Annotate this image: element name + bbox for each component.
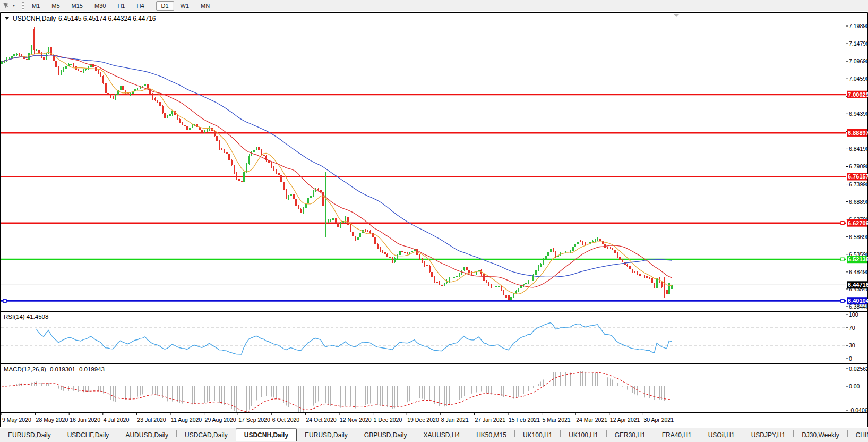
cursor-tool-icon[interactable] xyxy=(1,2,11,10)
candle-body xyxy=(192,125,193,128)
candle-body xyxy=(466,267,468,270)
chart-tab-hk50-m15[interactable]: HK50,M15 xyxy=(468,429,514,441)
candle-body xyxy=(256,147,257,150)
candle-body xyxy=(271,163,272,167)
chart-tab-usdcad-daily[interactable]: USDCAD,Daily xyxy=(177,429,236,441)
rsi-tick-label: 0 xyxy=(849,355,852,362)
candle-body xyxy=(243,172,245,181)
chart-tab-usdchf-daily[interactable]: USDCHF,Daily xyxy=(59,429,117,441)
chart-tab-usdjpy-h1[interactable]: USDJPY,H1 xyxy=(743,429,793,441)
candle-body xyxy=(248,156,250,164)
chart-tab-gbpusd-daily[interactable]: GBPUSD,Daily xyxy=(356,429,415,441)
candle-body xyxy=(629,266,631,269)
price-tick-label: 6.48490 xyxy=(849,269,868,275)
candle-body xyxy=(572,247,574,251)
timeframe-button-m15[interactable]: M15 xyxy=(66,1,88,11)
timeframe-button-w1[interactable]: W1 xyxy=(175,1,195,11)
chart-tab-fra40-h1[interactable]: FRA40,H1 xyxy=(654,429,700,441)
candle-body xyxy=(169,114,171,116)
candle-body xyxy=(55,61,57,67)
line-drag-handle[interactable] xyxy=(841,299,844,302)
chart-tab-uk100-h1[interactable]: UK100,H1 xyxy=(561,429,606,441)
toolbar-grip-handle[interactable] xyxy=(22,2,24,10)
candle-body xyxy=(453,277,455,278)
candle-body xyxy=(142,86,143,87)
current-price-label: 6.44716 xyxy=(848,282,868,288)
chart-tab-dj30-weekly[interactable]: DJ30,Weekly xyxy=(794,429,847,441)
candle-body xyxy=(468,270,470,273)
candle-body xyxy=(236,173,237,179)
candle-body xyxy=(293,194,295,199)
candle-body xyxy=(184,125,186,126)
candle-body xyxy=(11,56,13,58)
candle-body xyxy=(409,252,410,253)
candle-body xyxy=(513,293,514,298)
candle-body xyxy=(189,128,191,130)
candle-body xyxy=(488,282,489,285)
candle-body xyxy=(609,248,611,248)
candle-body xyxy=(332,218,334,220)
candle-body xyxy=(204,131,205,132)
candle-body xyxy=(352,232,354,236)
candle-body xyxy=(451,278,453,278)
line-drag-handle[interactable] xyxy=(3,299,6,302)
candle-body xyxy=(426,265,428,266)
candle-body xyxy=(367,231,368,231)
chart-tab-xauusd-h4[interactable]: XAUUSD,H4 xyxy=(415,429,468,441)
timeframe-button-m5[interactable]: M5 xyxy=(46,1,65,11)
macd-tick-label: -0.04068 xyxy=(849,407,868,413)
top-toolbar: ▾ M1M5M15M30H1H4D1W1MN xyxy=(0,0,868,12)
candle-body xyxy=(380,249,381,251)
candle-body xyxy=(186,126,188,130)
chart-tab-usdcnh-daily[interactable]: USDCNH,Daily xyxy=(236,429,297,441)
chart-tab-eurusd-daily[interactable]: EURUSD,Daily xyxy=(0,429,59,441)
candle-body xyxy=(577,242,579,244)
line-drag-handle[interactable] xyxy=(841,258,844,261)
rsi-tick-label: 30 xyxy=(849,342,855,348)
candle-body xyxy=(570,251,571,252)
candle-body xyxy=(394,258,396,262)
candle-body xyxy=(102,76,104,83)
candle-body xyxy=(495,286,497,287)
candle-body xyxy=(207,130,208,131)
candle-body xyxy=(113,97,114,98)
candle-body xyxy=(19,54,20,55)
candle-body xyxy=(419,255,420,259)
candle-body xyxy=(444,283,445,285)
chart-tab-ger30-h1[interactable]: GER30,H1 xyxy=(607,429,654,441)
candle-body xyxy=(305,203,307,208)
chart-tab-china300-h1[interactable]: CHINA300,H1 xyxy=(848,429,868,441)
candle-body xyxy=(491,285,492,287)
candle-body xyxy=(216,136,218,141)
timeframe-button-h1[interactable]: H1 xyxy=(112,1,130,11)
date-tick-label: 6 Oct 2020 xyxy=(272,416,300,423)
candle-body xyxy=(83,70,84,72)
candle-body xyxy=(547,252,549,256)
candle-body xyxy=(493,287,495,287)
candle-body xyxy=(100,73,101,76)
candle-body xyxy=(154,98,156,100)
line-drag-handle[interactable] xyxy=(841,222,844,225)
candle-body xyxy=(26,59,28,60)
price-line-label: 7.00029 xyxy=(848,91,868,98)
timeframe-button-h4[interactable]: H4 xyxy=(131,1,149,11)
date-tick-label: 17 Sep 2020 xyxy=(238,416,270,423)
chart-window: 7.198907.147907.096907.045906.994906.943… xyxy=(0,11,868,428)
candle-body xyxy=(374,237,376,244)
candle-body xyxy=(392,258,393,262)
candle-body xyxy=(78,70,79,71)
chart-tab-audusd-daily[interactable]: AUDUSD,Daily xyxy=(117,429,176,441)
timeframe-button-mn[interactable]: MN xyxy=(195,1,215,11)
date-tick-label: 1 Dec 2020 xyxy=(374,416,402,423)
candle-body xyxy=(666,290,668,294)
timeframe-button-d1[interactable]: D1 xyxy=(156,1,174,11)
timeframe-button-m1[interactable]: M1 xyxy=(27,1,45,11)
candle-body xyxy=(80,71,82,72)
chart-tab-usoil-h1[interactable]: USOil,H1 xyxy=(700,429,743,441)
chart-tab-eurusd-daily[interactable]: EURUSD,Daily xyxy=(297,429,356,441)
candle-body xyxy=(335,218,337,223)
candle-body xyxy=(622,260,623,261)
chart-tab-uk100-h1[interactable]: UK100,H1 xyxy=(515,429,560,441)
cursor-tool-dropdown-icon[interactable]: ▾ xyxy=(11,3,17,8)
timeframe-button-m30[interactable]: M30 xyxy=(89,1,111,11)
